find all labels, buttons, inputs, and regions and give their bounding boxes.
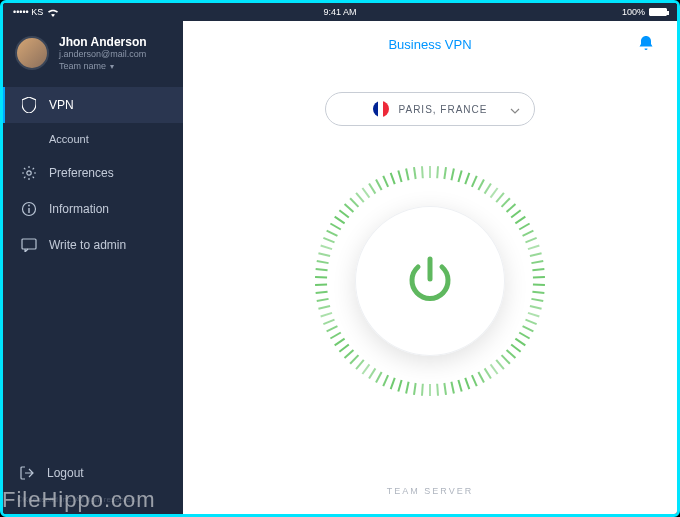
gear-icon	[21, 165, 37, 181]
nav-item-preferences[interactable]: Preferences	[3, 155, 183, 191]
logout-label: Logout	[47, 466, 84, 480]
carrier-label: ••••• KS	[13, 7, 43, 17]
battery-percent: 100%	[622, 7, 645, 17]
copyright: ©Keepsolid Inc. All right reserved.	[3, 495, 183, 514]
profile-name: Jhon Anderson	[59, 35, 171, 49]
nav-item-vpn[interactable]: VPN	[3, 87, 183, 123]
team-selector[interactable]: Team name ▾	[59, 61, 171, 71]
time-label: 9:41 AM	[323, 7, 356, 17]
server-selector[interactable]: PARIS, FRANCE	[325, 92, 535, 126]
server-type-label: TEAM SERVER	[387, 486, 473, 496]
nav-label: Write to admin	[49, 238, 126, 252]
nav-item-information[interactable]: Information	[3, 191, 183, 227]
flag-icon	[373, 101, 389, 117]
avatar	[15, 36, 49, 70]
main-panel: Business VPN PARIS, FRANCE	[183, 21, 677, 514]
svg-point-0	[27, 171, 31, 175]
page-title: Business VPN	[388, 37, 471, 52]
message-icon	[21, 237, 37, 253]
svg-rect-4	[22, 239, 36, 249]
dial-ticks	[315, 166, 545, 396]
nav-item-write-admin[interactable]: Write to admin	[3, 227, 183, 263]
chevron-down-icon: ▾	[110, 62, 114, 71]
chevron-down-icon	[510, 100, 520, 118]
nav-label: VPN	[49, 98, 74, 112]
bell-icon[interactable]	[639, 35, 653, 55]
nav-item-account[interactable]: Account	[3, 123, 183, 155]
logout-icon	[19, 465, 35, 481]
wifi-icon	[47, 8, 59, 17]
nav-label: Account	[49, 133, 89, 145]
profile-email: j.anderson@mail.com	[59, 49, 171, 59]
nav-label: Preferences	[49, 166, 114, 180]
shield-icon	[21, 97, 37, 113]
svg-point-3	[28, 205, 30, 207]
logout-button[interactable]: Logout	[3, 451, 183, 495]
profile-section[interactable]: Jhon Anderson j.anderson@mail.com Team n…	[3, 21, 183, 81]
battery-icon	[649, 8, 667, 16]
sidebar: Jhon Anderson j.anderson@mail.com Team n…	[3, 21, 183, 514]
main-header: Business VPN	[183, 21, 677, 68]
status-bar: ••••• KS 9:41 AM 100%	[3, 3, 677, 21]
nav: VPN Account Preferences Information	[3, 87, 183, 263]
server-name: PARIS, FRANCE	[399, 104, 488, 115]
nav-label: Information	[49, 202, 109, 216]
info-icon	[21, 201, 37, 217]
power-dial	[315, 166, 545, 396]
